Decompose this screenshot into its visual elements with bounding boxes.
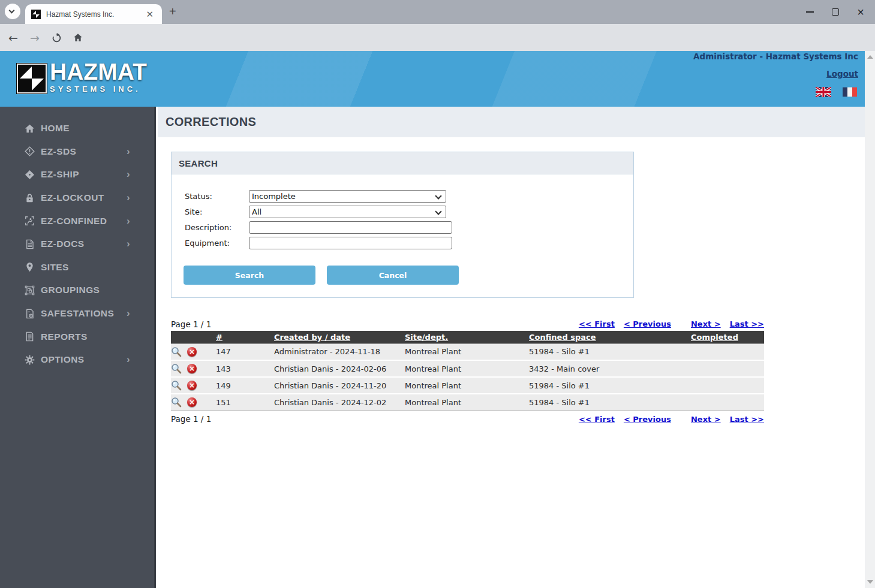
logo-text: HAZMAT <box>50 60 147 84</box>
row-completed <box>691 377 764 394</box>
favicon-hazmat-icon <box>31 10 41 19</box>
row-id: 147 <box>216 343 274 360</box>
sidebar-item-groupings[interactable]: GROUPINGS › <box>0 279 154 302</box>
delete-icon[interactable]: × <box>187 397 197 407</box>
france-flag-icon[interactable] <box>843 87 857 97</box>
pagination-bottom: Page 1 / 1 << First < Previous Next > La… <box>171 413 764 426</box>
col-completed[interactable]: Completed <box>691 331 764 343</box>
chevron-right-icon: › <box>127 307 130 319</box>
hazmat-logo[interactable]: HAZMAT SYSTEMS INC. <box>16 60 147 94</box>
reload-button[interactable] <box>48 29 65 46</box>
col-id[interactable]: # <box>216 331 274 343</box>
sidebar-item-ez-confined[interactable]: EZ-CONFINED › <box>0 209 154 233</box>
back-button[interactable]: ← <box>5 29 22 46</box>
first-page-link[interactable]: << First <box>579 415 615 424</box>
view-magnifier-icon[interactable] <box>171 346 182 357</box>
col-confined-space[interactable]: Confined space <box>529 331 691 343</box>
site-header: HAZMAT SYSTEMS INC. Administrator - Hazm… <box>0 51 865 107</box>
sidebar-item-options[interactable]: OPTIONS › <box>0 348 154 372</box>
tab-search-button[interactable] <box>5 4 20 19</box>
equipment-input[interactable] <box>249 237 452 249</box>
tab-title: Hazmat Systems Inc. <box>46 10 143 19</box>
delete-icon[interactable]: × <box>187 364 197 373</box>
window-minimize-button[interactable] <box>806 11 814 13</box>
previous-page-link[interactable]: < Previous <box>624 415 671 424</box>
scroll-down-icon[interactable] <box>867 580 873 584</box>
view-magnifier-icon[interactable] <box>171 397 182 408</box>
next-page-link[interactable]: Next > <box>691 415 721 424</box>
screen: Hazmat Systems Inc. ✕ + × ← → <box>0 0 875 588</box>
row-id: 149 <box>216 377 274 394</box>
home-icon <box>73 32 83 43</box>
sidebar-item-reports[interactable]: REPORTS › <box>0 325 154 348</box>
new-tab-button[interactable]: + <box>169 5 176 19</box>
row-created-by-date: Christian Danis - 2024-02-06 <box>274 360 405 377</box>
first-page-link[interactable]: << First <box>579 319 615 328</box>
table-row: × 151 Christian Danis - 2024-12-02 Montr… <box>171 394 764 411</box>
view-magnifier-icon[interactable] <box>171 363 182 374</box>
view-magnifier-icon[interactable] <box>171 380 182 391</box>
sidebar-item-home[interactable]: HOME › <box>0 117 154 140</box>
logout-link[interactable]: Logout <box>826 69 858 79</box>
uk-flag-icon[interactable] <box>816 87 831 97</box>
document-icon <box>23 238 35 250</box>
page-indicator: Page 1 / 1 <box>171 319 570 329</box>
col-site-dept[interactable]: Site/dept. <box>405 331 529 343</box>
sidebar-item-sites[interactable]: SITES › <box>0 256 154 279</box>
row-confined-space: 51984 - Silo #1 <box>529 377 691 394</box>
main-content: CORRECTIONS SEARCH Status: Incomplete Si… <box>158 107 865 588</box>
row-created-by-date: Christian Danis - 2024-12-02 <box>274 394 405 411</box>
row-site-dept: Montreal Plant <box>405 377 529 394</box>
delete-icon[interactable]: × <box>187 347 197 357</box>
row-site-dept: Montreal Plant <box>405 343 529 360</box>
search-button[interactable]: Search <box>184 266 315 285</box>
row-id: 143 <box>216 360 274 377</box>
sidebar-item-safestations[interactable]: SAFESTATIONS › <box>0 302 154 325</box>
window-maximize-button[interactable] <box>832 8 839 16</box>
window-close-button[interactable]: × <box>857 6 864 18</box>
row-created-by-date: Christian Danis - 2024-11-20 <box>274 377 405 394</box>
site-select[interactable]: All <box>249 206 446 218</box>
page-scrollbar[interactable] <box>865 51 875 588</box>
forward-button[interactable]: → <box>26 29 43 46</box>
col-actions <box>171 331 216 343</box>
cancel-button[interactable]: Cancel <box>327 266 459 285</box>
home-icon <box>23 122 35 134</box>
last-page-link[interactable]: Last >> <box>730 415 764 424</box>
row-confined-space: 51984 - Silo #1 <box>529 343 691 360</box>
sidebar-item-ez-ship[interactable]: EZ-SHIP › <box>0 163 154 186</box>
home-button[interactable] <box>70 29 86 46</box>
page-title: CORRECTIONS <box>166 115 256 129</box>
gear-icon <box>23 354 35 366</box>
row-id: 151 <box>216 394 274 411</box>
col-created-by-date[interactable]: Created by / date <box>274 331 405 343</box>
delete-icon[interactable]: × <box>187 381 197 390</box>
logo-subtext: SYSTEMS INC. <box>50 85 147 94</box>
page-title-bar: CORRECTIONS <box>158 107 865 137</box>
ship-diamond-icon <box>23 168 35 180</box>
sidebar-item-ez-docs[interactable]: EZ-DOCS › <box>0 233 154 256</box>
description-input[interactable] <box>249 221 452 234</box>
lock-icon <box>23 192 35 204</box>
last-page-link[interactable]: Last >> <box>730 319 764 328</box>
status-select[interactable]: Incomplete <box>249 190 446 203</box>
next-page-link[interactable]: Next > <box>691 319 721 328</box>
chevron-right-icon: › <box>127 215 130 227</box>
chevron-down-icon <box>9 8 15 14</box>
row-completed <box>691 394 764 411</box>
location-pin-icon <box>23 261 35 273</box>
search-panel-title: SEARCH <box>179 158 218 168</box>
browser-tab[interactable]: Hazmat Systems Inc. ✕ <box>25 4 162 24</box>
reload-icon <box>52 33 62 43</box>
sidebar-item-ez-sds[interactable]: EZ-SDS › <box>0 140 154 164</box>
tab-close-icon[interactable]: ✕ <box>143 9 156 20</box>
previous-page-link[interactable]: < Previous <box>624 319 671 328</box>
scroll-up-icon[interactable] <box>867 55 873 59</box>
equipment-label: Equipment: <box>185 239 249 248</box>
report-icon <box>23 331 35 343</box>
chevron-right-icon: › <box>127 354 130 366</box>
table-header-row: # Created by / date Site/dept. Confined … <box>171 331 764 343</box>
page-indicator: Page 1 / 1 <box>171 414 570 424</box>
row-completed <box>691 360 764 377</box>
sidebar-item-ez-lockout[interactable]: EZ-LOCKOUT › <box>0 186 154 210</box>
